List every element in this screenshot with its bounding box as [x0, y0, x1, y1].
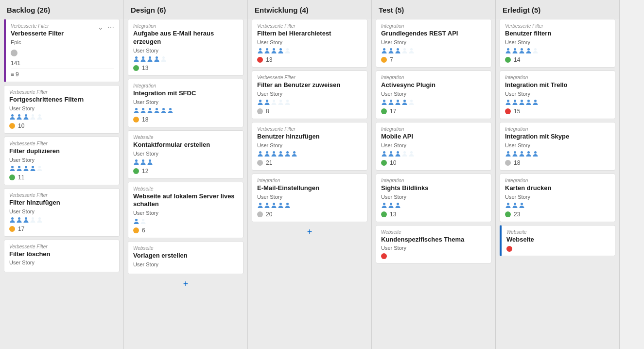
person-icon	[16, 217, 22, 223]
card-title: Filter löschen	[9, 250, 114, 259]
card[interactable]: WebseiteKundenspezifisches ThemaUser Sto…	[376, 225, 491, 264]
card-title: E-Mail-Einstellungen	[257, 184, 362, 192]
card-footer: 18	[133, 116, 238, 123]
svg-point-83	[527, 151, 530, 154]
card-number: 20	[266, 211, 272, 218]
card[interactable]: Verbesserte FilterFilter an Benutzer zuw…	[252, 70, 367, 119]
svg-point-12	[25, 217, 27, 220]
card[interactable]: Verbesserte FilterFilter duplizierenUser…	[4, 137, 120, 185]
svg-point-73	[527, 48, 530, 51]
card-footer: 13	[381, 211, 486, 218]
card-number: 21	[266, 159, 272, 166]
card[interactable]: WebseiteWebseite	[500, 225, 615, 257]
status-dot	[381, 253, 387, 259]
card[interactable]: Verbesserte FilterFiltern bei Hierarchie…	[252, 19, 367, 68]
status-dot	[257, 160, 263, 166]
person-icon	[278, 99, 284, 105]
card[interactable]: IntegrationE-Mail-EinstellungenUser Stor…	[252, 174, 367, 222]
card[interactable]: Verbesserte FilterFilter hinzufügenUser …	[4, 188, 120, 237]
svg-point-10	[11, 217, 14, 220]
svg-point-26	[135, 159, 138, 162]
card[interactable]: IntegrationIntegration mit SkypeUser Sto…	[500, 122, 615, 171]
svg-point-14	[38, 217, 41, 220]
card-number: 10	[390, 159, 396, 166]
card-footer: 20	[257, 211, 362, 218]
person-icon	[395, 48, 401, 54]
card[interactable]: Verbesserte FilterBenutzer filternUser S…	[500, 19, 615, 68]
column-backlog: Backlog (26)Verbesserte FilterVerbessert…	[0, 0, 124, 349]
status-dot	[505, 160, 511, 166]
person-icon	[140, 159, 146, 165]
card[interactable]: Verbesserte FilterVerbesserte FilterEpic…	[4, 19, 120, 82]
svg-point-43	[273, 151, 275, 154]
card[interactable]: IntegrationMobile APIUser Story 10	[376, 122, 491, 171]
add-card-button[interactable]: +	[128, 277, 244, 291]
card[interactable]: IntegrationIntegration mit SFDCUser Stor…	[128, 79, 244, 127]
card[interactable]: IntegrationGrundlegendes REST APIUser St…	[376, 19, 491, 68]
person-icon	[167, 107, 174, 114]
card-tag: Verbesserte Filter	[505, 23, 610, 29]
person-icon	[257, 151, 263, 157]
card-tag: Integration	[381, 75, 486, 80]
card-title: Filter hinzufügen	[9, 199, 114, 207]
status-dot	[505, 57, 511, 63]
card[interactable]: Verbesserte FilterFilter löschenUser Sto…	[4, 240, 120, 273]
person-icon	[284, 48, 291, 54]
svg-point-40	[286, 100, 289, 102]
card-type: User Story	[257, 39, 362, 45]
card-number: 15	[514, 108, 520, 115]
person-icon	[512, 48, 518, 54]
card-number: 17	[18, 226, 24, 232]
svg-point-51	[286, 203, 289, 205]
card-tag: Integration	[381, 126, 486, 132]
card-footer: 6	[133, 227, 238, 234]
card[interactable]: IntegrationIntegration mit TrelloUser St…	[500, 70, 615, 119]
svg-point-19	[162, 56, 165, 59]
card-footer: 11	[9, 174, 114, 181]
card[interactable]: IntegrationAufgabe aus E-Mail heraus erz…	[128, 19, 244, 76]
card-type: Epic	[11, 39, 114, 45]
more-btn[interactable]: ⋯	[106, 23, 115, 31]
list-icon: ≡	[11, 71, 14, 78]
person-icon	[381, 48, 387, 54]
svg-point-18	[156, 56, 158, 59]
person-icon	[278, 48, 284, 54]
svg-point-79	[534, 100, 537, 102]
card[interactable]: WebseiteWebseite auf lokalem Server live…	[128, 182, 244, 239]
card-type: User Story	[133, 210, 238, 216]
person-icon	[147, 159, 153, 165]
status-dot	[133, 117, 139, 122]
svg-point-34	[279, 48, 282, 51]
chevron-down-btn[interactable]: ⌄	[97, 23, 104, 31]
card[interactable]: IntegrationSights BildlinksUser Story 13	[376, 174, 491, 222]
card[interactable]: WebseiteKontaktformular erstellenUser St…	[128, 130, 244, 179]
add-card-button[interactable]: +	[252, 225, 367, 239]
svg-point-49	[273, 203, 275, 205]
person-icons	[9, 165, 114, 172]
card[interactable]: Verbesserte FilterFortgeschrittenes Filt…	[4, 85, 120, 134]
card[interactable]: Verbesserte FilterBenutzer hinzufügenUse…	[252, 122, 367, 171]
svg-point-57	[383, 100, 385, 102]
person-icon	[381, 151, 387, 157]
person-icon	[532, 151, 539, 157]
status-dot	[133, 168, 139, 174]
card-footer: 23	[505, 211, 610, 218]
svg-point-76	[514, 100, 516, 102]
card[interactable]: WebseiteVorlagen erstellenUser Story	[128, 241, 244, 274]
svg-point-58	[390, 100, 392, 102]
person-icon	[23, 165, 29, 172]
svg-point-87	[521, 203, 523, 205]
epic-number: 141	[11, 60, 114, 67]
card-number: 18	[142, 116, 148, 123]
status-dot	[381, 108, 387, 114]
person-icon	[408, 48, 415, 54]
person-icon	[23, 114, 29, 120]
card[interactable]: IntegrationKarten druckenUser Story 23	[500, 174, 615, 222]
card-type: User Story	[133, 99, 238, 105]
svg-point-29	[135, 219, 138, 221]
svg-point-8	[32, 166, 34, 168]
status-dot	[257, 211, 263, 217]
column-design: Design (6)IntegrationAufgabe aus E-Mail …	[124, 0, 248, 349]
card[interactable]: IntegrationActivesync PluginUser Story 1…	[376, 70, 491, 119]
status-dot	[9, 226, 15, 232]
